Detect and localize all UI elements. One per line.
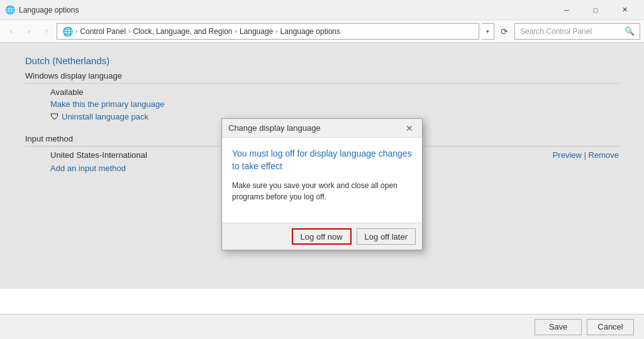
close-button[interactable]: ✕ (610, 0, 639, 20)
log-off-later-button[interactable]: Log off later (357, 228, 416, 245)
up-icon: ↑ (45, 26, 49, 36)
search-box[interactable]: Search Control Panel 🔍 (514, 23, 640, 40)
breadcrumb-language: Language (240, 27, 273, 36)
title-bar-text: Language options (19, 6, 552, 14)
search-icon: 🔍 (625, 26, 635, 36)
modal-body: You must log off for display language ch… (222, 138, 422, 223)
minimize-button[interactable]: ─ (552, 0, 581, 20)
maximize-button[interactable]: □ (581, 0, 610, 20)
title-bar: 🌐 Language options ─ □ ✕ (0, 0, 644, 20)
modal-close-button[interactable]: ✕ (403, 122, 416, 135)
back-button[interactable]: ‹ (4, 24, 19, 39)
breadcrumb-clock: Clock, Language, and Region (133, 27, 232, 36)
refresh-button[interactable]: ⟳ (497, 24, 512, 39)
modal-title: Change display language (228, 123, 321, 133)
refresh-icon: ⟳ (501, 26, 508, 36)
window-controls: ─ □ ✕ (552, 0, 639, 20)
address-field[interactable]: 🌐 › Control Panel › Clock, Language, and… (57, 23, 479, 40)
main-content: Dutch (Netherlands) Windows display lang… (0, 43, 644, 314)
cancel-button[interactable]: Cancel (587, 319, 634, 335)
search-placeholder: Search Control Panel (520, 27, 592, 36)
breadcrumb-current: Language options (280, 27, 340, 36)
back-icon: ‹ (10, 26, 13, 36)
address-bar: ‹ › ↑ 🌐 › Control Panel › Clock, Languag… (0, 20, 644, 43)
app-icon: 🌐 (5, 5, 15, 15)
forward-button[interactable]: › (21, 24, 36, 39)
modal-footer: Log off now Log off later (222, 223, 422, 250)
modal-dialog: Change display language ✕ You must log o… (221, 118, 423, 250)
footer: Save Cancel (0, 314, 644, 339)
breadcrumb-control-panel: Control Panel (80, 27, 126, 36)
save-button[interactable]: Save (535, 319, 582, 335)
breadcrumb-globe-icon: 🌐 (62, 26, 73, 36)
modal-titlebar: Change display language ✕ (222, 119, 422, 138)
up-button[interactable]: ↑ (39, 24, 54, 39)
address-dropdown[interactable]: ▾ (482, 23, 494, 40)
forward-icon: › (28, 26, 30, 36)
modal-overlay: Change display language ✕ You must log o… (0, 43, 644, 289)
modal-description: Make sure you save your work and close a… (232, 180, 412, 203)
modal-heading: You must log off for display language ch… (232, 148, 412, 172)
content-area: Dutch (Netherlands) Windows display lang… (0, 43, 644, 339)
log-off-now-button[interactable]: Log off now (292, 228, 352, 245)
